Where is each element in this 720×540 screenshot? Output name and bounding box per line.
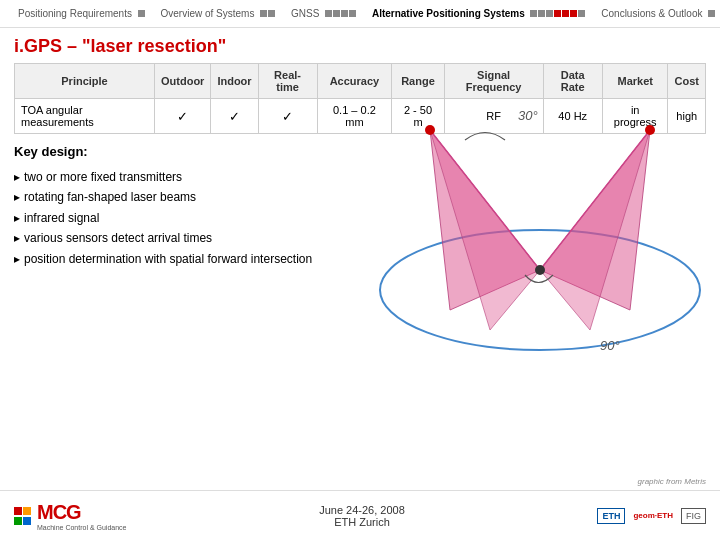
svg-point-0 (380, 230, 700, 350)
nav-item-alt-positioning[interactable]: Alternative Positioning Systems (364, 6, 593, 21)
cell-realtime: ✓ (258, 99, 317, 134)
cell-principle: TOA angular measurements (15, 99, 155, 134)
mcg-text: MCG (37, 501, 127, 524)
svg-text:30°: 30° (518, 108, 538, 123)
col-realtime: Real-time (258, 64, 317, 99)
cell-indoor: ✓ (211, 99, 258, 134)
nav-item-gnss[interactable]: GNSS (283, 6, 364, 21)
arrow-icon-2: ▸ (14, 187, 20, 207)
nav-item-overview[interactable]: Overview of Systems (153, 6, 283, 21)
mcg-logo: MCG Machine Control & Guidance (14, 501, 127, 531)
eth-logo: ETH (597, 508, 625, 524)
col-indoor: Indoor (211, 64, 258, 99)
col-outdoor: Outdoor (155, 64, 211, 99)
geom-logo: geom·ETH (633, 511, 673, 520)
nav-item-conclusions[interactable]: Conclusions & Outlook (593, 6, 720, 21)
partner-logos: ETH geom·ETH FIG (597, 508, 706, 524)
bottom-bar: MCG Machine Control & Guidance June 24-2… (0, 490, 720, 540)
mcg-subtitle: Machine Control & Guidance (37, 524, 127, 531)
svg-point-9 (535, 265, 545, 275)
svg-point-8 (645, 125, 655, 135)
svg-text:90°: 90° (600, 338, 620, 353)
cell-outdoor: ✓ (155, 99, 211, 134)
page-title: i.GPS – "laser resection" (0, 28, 720, 63)
col-principle: Principle (15, 64, 155, 99)
fig-logo: FIG (681, 508, 706, 524)
arrow-icon-1: ▸ (14, 167, 20, 187)
arrow-icon-4: ▸ (14, 228, 20, 248)
nav-item-positioning[interactable]: Positioning Requirements (10, 6, 153, 21)
logo-color-squares (14, 507, 31, 525)
arrow-icon-3: ▸ (14, 208, 20, 228)
arrow-icon-5: ▸ (14, 249, 20, 269)
nav-bar: Positioning Requirements Overview of Sys… (0, 0, 720, 28)
graphic-credit: graphic from Metris (638, 477, 706, 486)
event-date: June 24-26, 2008 ETH Zurich (319, 504, 405, 528)
laser-diagram: 30° 90° (370, 90, 710, 390)
svg-point-7 (425, 125, 435, 135)
